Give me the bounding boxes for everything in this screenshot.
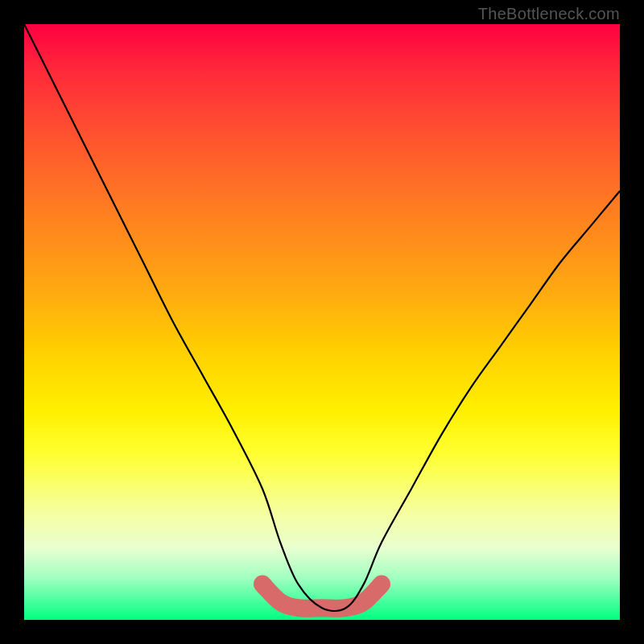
bottleneck-curve-path xyxy=(24,24,620,611)
watermark-text: TheBottleneck.com xyxy=(478,5,620,23)
highlight-band-path xyxy=(262,584,382,609)
plot-area xyxy=(24,24,620,620)
chart-container: TheBottleneck.com xyxy=(0,0,644,644)
chart-svg xyxy=(24,24,620,620)
